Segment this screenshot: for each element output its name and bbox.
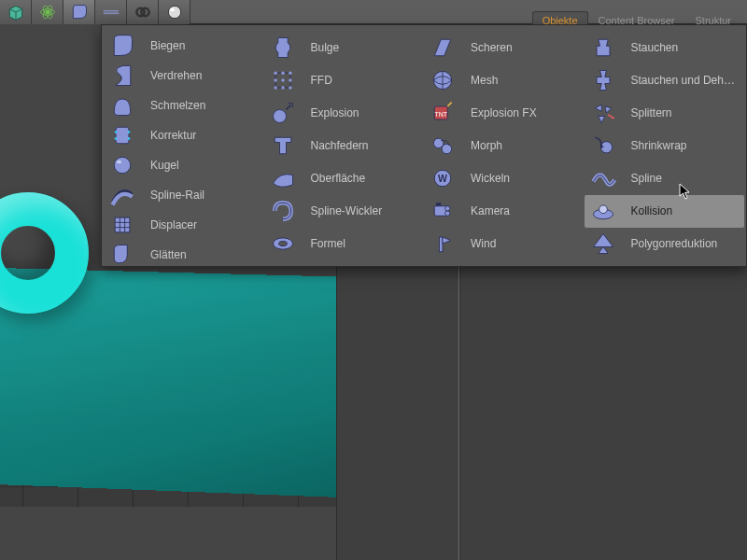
- displacer-icon: [106, 210, 139, 240]
- deformer-item-spline-rail[interactable]: Spline-Rail: [104, 180, 264, 210]
- deformer-item-explosion[interactable]: Explosion: [264, 96, 425, 129]
- stauchen-und-dehnen-icon: [586, 65, 620, 95]
- bulge-icon: [266, 33, 300, 63]
- explosion-fx-icon: TNT: [426, 98, 459, 128]
- kamera-icon: [426, 196, 459, 226]
- verdrehen-icon: [106, 61, 139, 91]
- deformer-item-label: Oberfläche: [311, 172, 366, 185]
- schmelzen-icon: [106, 91, 139, 120]
- deformer-item-label: Verdrehen: [150, 69, 202, 82]
- deformer-item-spline[interactable]: Spline: [585, 162, 745, 195]
- deformer-item-biegen[interactable]: Biegen: [104, 31, 264, 61]
- svg-point-32: [289, 78, 292, 82]
- stripes-icon[interactable]: [95, 0, 127, 24]
- deformer-item-morph[interactable]: Morph: [424, 129, 585, 161]
- svg-point-45: [442, 144, 452, 154]
- spline-rail-icon: [106, 180, 139, 210]
- svg-point-16: [128, 131, 131, 133]
- svg-marker-55: [598, 116, 604, 122]
- stauchen-icon: [586, 33, 620, 63]
- ffd-icon: [266, 65, 300, 95]
- deformer-item-formel[interactable]: Formel: [264, 228, 425, 260]
- deformer-item-explosion-fx[interactable]: TNTExplosion FX: [424, 96, 585, 129]
- deformer-item-nachfedern[interactable]: Nachfedern: [264, 129, 425, 161]
- deformer-item-scheren[interactable]: Scheren: [424, 31, 585, 63]
- cube-primitive-icon[interactable]: [0, 0, 32, 24]
- nachfedern-icon: [266, 131, 300, 161]
- svg-marker-54: [604, 106, 611, 113]
- deformer-item-label: Spline-Wickler: [311, 204, 383, 217]
- explosion-icon: [266, 98, 300, 128]
- svg-point-18: [128, 137, 131, 140]
- deformer-item-label: Morph: [471, 139, 502, 152]
- deformer-item-glaetten[interactable]: Glätten: [104, 240, 264, 270]
- svg-text:TNT: TNT: [434, 110, 447, 117]
- svg-point-31: [281, 78, 285, 82]
- deformer-item-wickeln[interactable]: WWickeln: [424, 162, 585, 195]
- deformer-item-kollision[interactable]: Kollision: [585, 195, 745, 228]
- deformer-item-oberflaeche[interactable]: Oberfläche: [264, 162, 425, 195]
- svg-point-36: [273, 109, 286, 122]
- svg-marker-62: [598, 247, 608, 254]
- deformer-item-ffd[interactable]: FFD: [264, 63, 425, 96]
- svg-point-49: [445, 206, 450, 211]
- shrinkwrap-icon: [586, 131, 620, 161]
- svg-line-37: [286, 105, 290, 109]
- deformer-item-bulge[interactable]: Bulge: [264, 31, 425, 63]
- deformer-item-kugel[interactable]: Kugel: [104, 150, 264, 180]
- svg-rect-14: [116, 127, 129, 144]
- deformer-item-label: Stauchen und Dehnen: [631, 74, 740, 87]
- wind-icon: [426, 229, 459, 259]
- svg-line-43: [447, 102, 451, 105]
- svg-point-20: [117, 161, 121, 164]
- svg-point-17: [115, 137, 118, 140]
- spline-wickler-icon: [266, 196, 300, 226]
- glaetten-icon: [106, 240, 139, 270]
- deformer-item-wind[interactable]: Wind: [424, 228, 585, 260]
- oberflaeche-icon: [266, 163, 300, 193]
- deformer-item-schmelzen[interactable]: Schmelzen: [104, 91, 264, 120]
- deformer-item-label: Wickeln: [471, 172, 510, 185]
- deformer-item-label: Explosion: [311, 106, 359, 119]
- deformer-item-korrektur[interactable]: Korrektur: [104, 120, 264, 150]
- deformer-item-verdrehen[interactable]: Verdrehen: [104, 61, 264, 91]
- splittern-icon: [586, 98, 620, 128]
- side-panel-area: [336, 267, 747, 560]
- mesh-icon: [426, 65, 459, 95]
- svg-rect-51: [436, 203, 441, 207]
- korrektur-icon: [106, 120, 139, 150]
- deformer-item-label: Wind: [471, 237, 496, 250]
- svg-point-39: [278, 242, 287, 246]
- atom-generator-icon[interactable]: [32, 0, 63, 24]
- deformer-item-stauchen[interactable]: Stauchen: [585, 31, 745, 63]
- svg-point-15: [115, 131, 118, 133]
- deformer-item-mesh[interactable]: Mesh: [424, 63, 585, 96]
- svg-point-30: [274, 78, 277, 82]
- formel-icon: [266, 229, 300, 259]
- deformers-icon[interactable]: [63, 0, 95, 24]
- deformer-item-spline-wickler[interactable]: Spline-Wickler: [264, 195, 425, 228]
- deformer-item-splittern[interactable]: Splittern: [585, 96, 745, 129]
- svg-marker-53: [595, 105, 601, 111]
- deformer-item-stauchen-und-dehnen[interactable]: Stauchen und Dehnen: [585, 63, 745, 96]
- deformer-item-label: Splittern: [631, 106, 672, 119]
- kollision-icon: [586, 196, 620, 226]
- deformer-item-label: Kollision: [631, 204, 673, 217]
- svg-point-13: [170, 8, 175, 11]
- deformer-item-label: Schmelzen: [150, 99, 205, 112]
- wickeln-icon: W: [426, 163, 459, 193]
- link-rings-icon[interactable]: [127, 0, 159, 24]
- deformer-item-polygonreduktion[interactable]: Polygonreduktion: [585, 228, 745, 260]
- deformer-item-label: Explosion FX: [471, 106, 537, 119]
- sphere-icon[interactable]: [159, 0, 190, 24]
- deformers-dropdown: BiegenVerdrehenSchmelzenKorrekturKugelSp…: [101, 24, 747, 267]
- svg-point-2: [45, 10, 49, 15]
- deformer-item-label: Bulge: [311, 41, 340, 54]
- kugel-icon: [106, 150, 139, 180]
- deformer-item-label: Biegen: [150, 39, 185, 52]
- deformer-item-displacer[interactable]: Displacer: [104, 210, 264, 240]
- deformer-item-label: Formel: [311, 237, 345, 250]
- deformer-item-kamera[interactable]: Kamera: [424, 195, 585, 228]
- deformer-item-shrinkwrap[interactable]: Shrinkwrap: [585, 129, 745, 161]
- svg-point-19: [114, 157, 131, 174]
